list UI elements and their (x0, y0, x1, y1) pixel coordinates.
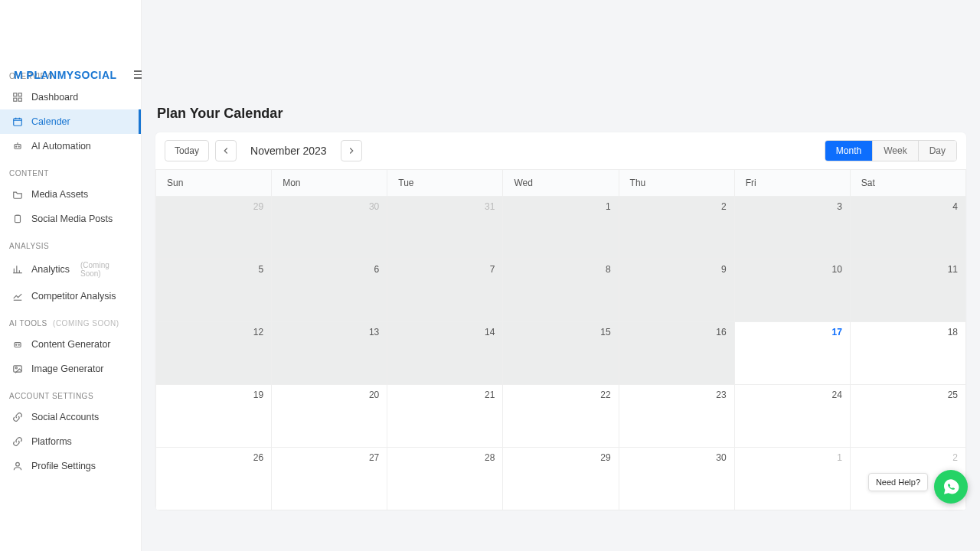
whatsapp-icon (942, 478, 960, 496)
svg-point-7 (16, 146, 17, 147)
calendar-day-cell[interactable]: 8 (503, 259, 619, 322)
calendar-day-cell[interactable]: 3 (734, 197, 850, 259)
sidebar-item-platforms[interactable]: Platforms (0, 429, 141, 454)
day-header: Tue (387, 170, 503, 197)
chevron-right-icon (346, 145, 357, 156)
svg-point-11 (16, 344, 17, 345)
sidebar-item-dashboard[interactable]: Dashboard (0, 85, 141, 109)
calendar-day-cell[interactable]: 17 (734, 322, 850, 385)
page-title: Plan Your Calendar (142, 92, 980, 132)
sidebar-item-label: Analytics (31, 264, 70, 275)
calendar-day-cell[interactable]: 15 (503, 322, 619, 385)
calendar-day-cell[interactable]: 27 (272, 448, 387, 510)
view-week-button[interactable]: Week (872, 141, 917, 161)
calendar-day-cell[interactable]: 30 (619, 448, 734, 510)
robot-icon (11, 338, 24, 350)
svg-point-8 (18, 146, 19, 147)
calendar-day-cell[interactable]: 1 (734, 448, 850, 510)
calendar-day-cell[interactable]: 18 (850, 322, 965, 385)
sidebar: OVERVIEW Dashboard Calender AI Automatio… (0, 0, 142, 551)
today-button[interactable]: Today (165, 140, 209, 161)
section-label-aitools: AI TOOLS (Coming soon) (0, 308, 141, 332)
sidebar-item-media-assets[interactable]: Media Assets (0, 182, 141, 207)
calendar-icon (11, 116, 24, 128)
prev-month-button[interactable] (215, 140, 237, 161)
calendar-day-cell[interactable]: 4 (850, 197, 965, 259)
calendar-day-cell[interactable]: 13 (272, 322, 387, 385)
clipboard-icon (11, 213, 24, 225)
calendar-day-cell[interactable]: 31 (387, 197, 503, 259)
svg-rect-2 (18, 93, 21, 96)
sidebar-item-calender[interactable]: Calender (0, 109, 141, 134)
calendar-day-cell[interactable]: 1 (503, 197, 619, 259)
calendar-day-cell[interactable]: 10 (734, 259, 850, 322)
calendar-day-cell[interactable]: 29 (503, 448, 619, 510)
calendar-day-cell[interactable]: 29 (156, 197, 272, 259)
line-chart-icon (11, 290, 24, 302)
sidebar-item-label: Social Media Posts (31, 214, 113, 224)
view-switch: Month Week Day (825, 140, 957, 161)
calendar-day-cell[interactable]: 11 (850, 259, 965, 322)
sidebar-item-social-media-posts[interactable]: Social Media Posts (0, 207, 141, 231)
next-month-button[interactable] (341, 140, 362, 161)
sidebar-item-profile-settings[interactable]: Profile Settings (0, 454, 141, 478)
calendar-day-cell[interactable]: 26 (156, 448, 272, 510)
calendar-day-cell[interactable]: 28 (387, 448, 503, 510)
calendar-day-cell[interactable]: 20 (272, 385, 387, 448)
calendar-day-cell[interactable]: 23 (619, 385, 734, 448)
day-header: Fri (734, 170, 850, 197)
svg-point-14 (15, 367, 17, 369)
calendar-day-cell[interactable]: 22 (503, 385, 619, 448)
calendar-grid: SunMonTueWedThuFriSat 293031123456789101… (155, 169, 966, 510)
calendar-day-cell[interactable]: 19 (156, 385, 272, 448)
whatsapp-fab[interactable] (934, 470, 968, 504)
calendar-day-cell[interactable]: 16 (619, 322, 734, 385)
coming-soon-tag: (Coming Soon) (77, 261, 132, 278)
sidebar-item-label: Social Accounts (31, 412, 99, 422)
calendar-day-cell[interactable]: 5 (156, 259, 272, 322)
svg-rect-3 (14, 98, 17, 101)
calendar-day-cell[interactable]: 9 (619, 259, 734, 322)
svg-rect-1 (14, 93, 17, 96)
calendar-day-cell[interactable]: 2 (619, 197, 734, 259)
brand-logo[interactable]: M PLANMYSOCIAL (14, 69, 117, 81)
sidebar-item-image-generator[interactable]: Image Generator (0, 357, 141, 381)
sidebar-item-label: Calender (31, 116, 70, 127)
day-header: Mon (272, 170, 387, 197)
svg-point-12 (18, 344, 19, 345)
svg-point-15 (16, 462, 20, 466)
calendar-day-cell[interactable]: 30 (272, 197, 387, 259)
sidebar-item-social-accounts[interactable]: Social Accounts (0, 405, 141, 429)
calendar-card: Today November 2023 Month Week Day (155, 132, 966, 510)
day-header: Wed (503, 170, 619, 197)
sidebar-item-label: Dashboard (31, 92, 78, 103)
sidebar-item-analytics[interactable]: Analytics (Coming Soon) (0, 255, 141, 284)
sidebar-item-label: Content Generator (31, 339, 111, 350)
image-icon (11, 363, 24, 375)
calendar-day-cell[interactable]: 24 (734, 385, 850, 448)
calendar-day-cell[interactable]: 12 (156, 322, 272, 385)
sidebar-item-label: Profile Settings (31, 461, 96, 471)
calendar-day-cell[interactable]: 25 (850, 385, 965, 448)
section-label-content: CONTENT (0, 158, 141, 182)
user-icon (11, 460, 24, 472)
calendar-day-cell[interactable]: 14 (387, 322, 503, 385)
link-icon (11, 411, 24, 423)
view-day-button[interactable]: Day (918, 141, 956, 161)
svg-rect-9 (15, 215, 21, 222)
bar-chart-icon (11, 263, 24, 276)
sidebar-item-competitor-analysis[interactable]: Competitor Analysis (0, 284, 141, 308)
calendar-day-cell[interactable]: 21 (387, 385, 503, 448)
svg-rect-4 (18, 98, 21, 101)
sidebar-item-ai-automation[interactable]: AI Automation (0, 134, 141, 158)
sidebar-item-content-generator[interactable]: Content Generator (0, 332, 141, 357)
grid-icon (11, 91, 24, 103)
current-month-label: November 2023 (243, 145, 335, 157)
day-header: Thu (619, 170, 734, 197)
view-month-button[interactable]: Month (825, 141, 872, 161)
calendar-day-cell[interactable]: 6 (272, 259, 387, 322)
day-header: Sun (156, 170, 272, 197)
section-label-account-settings: ACCOUNT SETTINGS (0, 381, 141, 405)
sidebar-item-label: Image Generator (31, 364, 104, 374)
calendar-day-cell[interactable]: 7 (387, 259, 503, 322)
